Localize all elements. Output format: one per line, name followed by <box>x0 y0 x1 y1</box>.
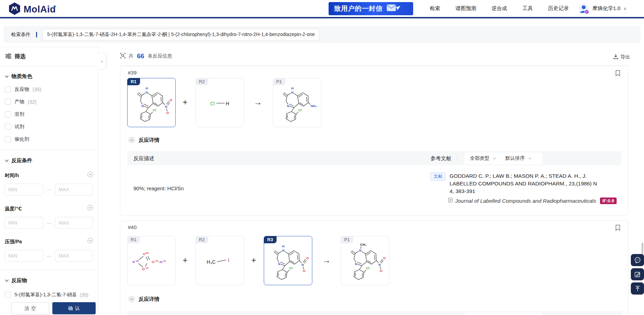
details-label: 反应详情 <box>139 137 159 143</box>
svg-text:Cl: Cl <box>210 101 215 106</box>
reaction-details-toggle[interactable]: − 反应详情 <box>128 137 159 143</box>
checkbox[interactable] <box>5 124 11 130</box>
svg-text:H: H <box>291 86 294 90</box>
molecule-card-r2[interactable]: R2 Cl H <box>195 78 244 127</box>
checkbox[interactable] <box>5 292 11 298</box>
confirm-button[interactable]: 确认 <box>52 302 96 314</box>
molecule-card-p1[interactable]: P1 CH <box>341 236 389 285</box>
divider <box>120 65 629 65</box>
section-reactants[interactable]: 反应物 <box>5 277 27 284</box>
search-query-chip[interactable]: 5-(邻氯苯基)-1,3-二氢-7-硝基-2H-1,4-苯并二氮杂䓬-2-酮 |… <box>43 29 319 41</box>
details-header-bar: 反应描述 参考文献 全部类型 默认排序 <box>128 151 621 165</box>
export-button[interactable]: 导出 <box>613 54 630 61</box>
reference-filters: 全部类型 默认排序 <box>464 312 542 315</box>
checkbox-row-reactant-compound[interactable]: 5-(邻氯苯基)-1,3-二氢-7-硝基- (35) <box>5 289 88 301</box>
journal-name[interactable]: Journal of Labelled Compounds and Radiop… <box>455 198 596 204</box>
collapse-minus-icon[interactable]: − <box>128 296 135 303</box>
pressure-range-inputs: — <box>5 250 93 262</box>
collapse-minus-icon[interactable]: − <box>128 137 135 143</box>
circle-chevron-icon[interactable] <box>87 205 93 212</box>
svg-text:Cl: Cl <box>298 108 302 112</box>
checkbox[interactable] <box>5 86 11 93</box>
svg-text:O−(II)–K+(I): O−(II)–K+(I) <box>152 260 166 264</box>
sort-filter-dropdown[interactable]: 默认排序 <box>505 155 532 161</box>
type-filter-value: 全部类型 <box>470 155 489 161</box>
circle-chevron-icon[interactable] <box>87 238 93 245</box>
reference-header: 参考文献 <box>430 155 451 162</box>
reaction-card-40: #40 R1 O(III) K+(II) O−(II) O−(II)–K+(I)… <box>120 220 628 315</box>
checkbox-row-reagent[interactable]: 试剂 <box>5 121 24 133</box>
svg-text:H: H <box>146 86 148 90</box>
molecule-structure: O(III) K+(II) O−(II) O−(II)–K+(I) <box>130 240 173 283</box>
sort-filter-value: 默认排序 <box>505 155 525 161</box>
banner-text: 致用户的一封信 <box>334 4 383 13</box>
section-reaction-conditions[interactable]: 反应条件 <box>5 157 32 164</box>
molecule-card-r3[interactable]: R3 H N <box>264 236 312 285</box>
circle-chevron-icon[interactable] <box>87 172 93 179</box>
checkbox-label: 催化剂 <box>15 136 29 142</box>
edit-icon <box>634 271 641 278</box>
back-to-top-button[interactable] <box>631 282 644 295</box>
molecule-card-r1[interactable]: R1 O(III) K+(II) O−(II) O−(II)–K+(I) <box>127 236 176 285</box>
time-min-input[interactable] <box>5 184 43 195</box>
checkbox-label: 产物 <box>15 99 24 105</box>
user-menu[interactable]: 摩熵化学1.0 ∨ <box>578 0 627 17</box>
letter-to-users-banner[interactable]: 致用户的一封信 <box>329 2 413 15</box>
nav-item-spectrum-prediction[interactable]: 谱图预测 <box>455 5 476 12</box>
bookmark-icon[interactable] <box>615 70 620 78</box>
chevron-down-icon <box>5 279 9 282</box>
svg-text:O: O <box>303 269 306 273</box>
pressure-max-input[interactable] <box>55 250 93 262</box>
bookmark-icon[interactable] <box>615 225 620 233</box>
section-substance-role[interactable]: 物质角色 <box>5 73 32 80</box>
checkbox-row-solvent[interactable]: 溶剂 <box>5 108 24 121</box>
temperature-max-input[interactable] <box>55 217 93 229</box>
chat-dots-icon <box>634 257 641 263</box>
plus-operator: + <box>180 78 190 126</box>
checkbox[interactable] <box>5 111 11 117</box>
molecule-card-r1[interactable]: R1 H N <box>127 78 176 127</box>
sidebar-collapse-button[interactable]: ‹ <box>98 53 106 69</box>
plus-operator: + <box>249 236 259 285</box>
literature-tag: 文献 <box>430 173 445 181</box>
chevron-down-icon: ∨ <box>624 6 627 11</box>
feedback-chat-button[interactable] <box>631 254 644 266</box>
time-max-input[interactable] <box>55 184 93 195</box>
checkbox-row-product[interactable]: 产物 (32) <box>5 96 36 108</box>
filter-sidebar: 筛选 物质角色 反应物 (35) 产物 (32) 溶剂 试剂 催化剂 反应条件 … <box>0 47 98 315</box>
reaction-details-toggle[interactable]: − 反应详情 <box>128 296 159 303</box>
floating-action-buttons <box>631 254 644 295</box>
field-temperature-label: 温度/℃ <box>5 206 22 212</box>
svg-text:H: H <box>282 244 285 248</box>
checkbox[interactable] <box>5 99 11 105</box>
arrow-to-top-icon <box>634 285 641 292</box>
clear-button[interactable]: 清空 <box>11 302 49 315</box>
svg-text:N: N <box>146 90 148 94</box>
brand-logo[interactable]: MolAid <box>8 2 56 17</box>
pressure-min-input[interactable] <box>5 250 43 262</box>
nav-item-retrosynthesis[interactable]: 逆合成 <box>491 5 507 12</box>
temperature-min-input[interactable] <box>5 217 43 229</box>
checkbox[interactable] <box>5 136 11 142</box>
arrow-operator: → <box>253 78 263 126</box>
svg-text:N: N <box>355 262 357 266</box>
molecule-card-r2[interactable]: R2 H₃C I <box>195 236 244 285</box>
molecule-structure: H N N NH₂ Cl <box>275 82 319 125</box>
edit-note-button[interactable] <box>631 268 644 280</box>
svg-text:O−(II): O−(II) <box>142 266 148 271</box>
download-icon <box>613 54 618 61</box>
molecule-structure: CH₃ N N N O O Cl <box>343 240 387 283</box>
nav-item-history[interactable]: 历史记录 <box>548 5 569 12</box>
reaction-description-text: 90%; reagent: HCl/Sn <box>133 185 184 191</box>
citation-text[interactable]: GODDARD C. P.; LAW B.; MASON P. A.; STEA… <box>450 172 602 195</box>
svg-text:N: N <box>302 263 304 266</box>
molaid-hexagon-logo-icon <box>8 2 21 17</box>
type-filter-dropdown[interactable]: 全部类型 <box>470 155 496 161</box>
nav-item-tools[interactable]: 工具 <box>522 5 533 12</box>
nav-item-search[interactable]: 检索 <box>430 5 440 12</box>
svg-text:N: N <box>165 105 167 108</box>
molecule-card-p1[interactable]: P1 H N N <box>273 78 321 127</box>
checkbox-row-reactant[interactable]: 反应物 (35) <box>5 83 41 96</box>
reaction-id: #39 <box>128 70 137 76</box>
checkbox-row-catalyst[interactable]: 催化剂 <box>5 133 29 146</box>
